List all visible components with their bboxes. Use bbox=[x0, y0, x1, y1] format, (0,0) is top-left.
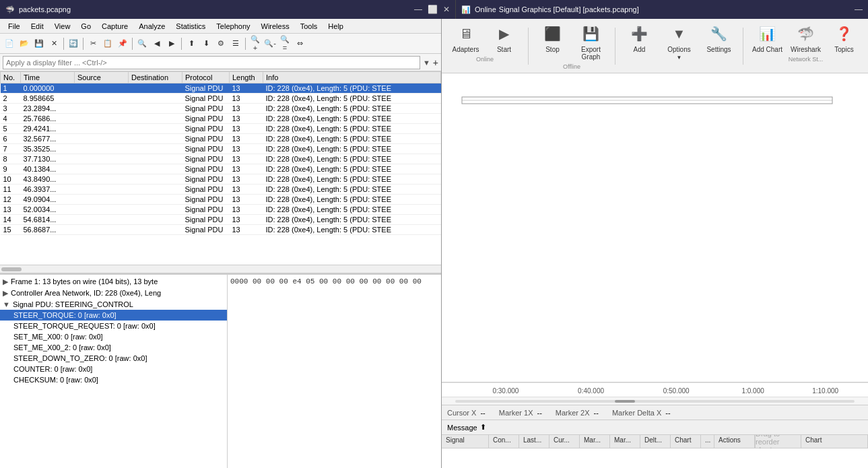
th-signal[interactable]: Signal bbox=[442, 435, 489, 448]
detail-set-me-x00-2[interactable]: SET_ME_X00_2: 0 [raw: 0x0] bbox=[0, 342, 227, 353]
wireshark-maximize-btn[interactable]: ⬜ bbox=[428, 5, 438, 14]
menu-wireless[interactable]: Wireless bbox=[256, 21, 295, 32]
menu-capture[interactable]: Capture bbox=[96, 21, 133, 32]
slider-thumb[interactable] bbox=[615, 400, 635, 403]
horizontal-scrollbar[interactable] bbox=[0, 265, 441, 273]
th-mar2[interactable]: Mar... bbox=[610, 435, 640, 448]
menu-help[interactable]: Help bbox=[323, 21, 349, 32]
toolbar-list-btn[interactable]: ☰ bbox=[229, 37, 242, 51]
toolbar-goto-btn[interactable]: ⬆ bbox=[185, 37, 198, 51]
col-header-destination[interactable]: Destination bbox=[129, 72, 182, 83]
col-header-info[interactable]: Info bbox=[263, 72, 441, 83]
options-btn[interactable]: ▼ Options ▼ bbox=[661, 22, 698, 62]
detail-steer-torque-req[interactable]: STEER_TORQUE_REQUEST: 0 [raw: 0x0] bbox=[0, 321, 227, 331]
packet-cell: 6 bbox=[1, 134, 21, 144]
packet-row[interactable]: 323.2894...Signal PDU13ID: 228 (0xe4), L… bbox=[1, 104, 441, 114]
toolbar-paste-btn[interactable]: 📌 bbox=[116, 37, 129, 51]
menu-telephony[interactable]: Telephony bbox=[211, 21, 255, 32]
packet-row[interactable]: 1249.0904...Signal PDU13ID: 228 (0xe4), … bbox=[1, 195, 441, 205]
toolbar-zoom-in-btn[interactable]: 🔍+ bbox=[248, 37, 262, 51]
filter-input[interactable] bbox=[6, 59, 417, 67]
toolbar-cap-opts-btn[interactable]: ⚙ bbox=[214, 37, 228, 51]
menu-tools[interactable]: Tools bbox=[295, 21, 323, 32]
packet-row[interactable]: 1043.8490...Signal PDU13ID: 228 (0xe4), … bbox=[1, 174, 441, 185]
sg-minimize-btn[interactable]: — bbox=[855, 5, 863, 14]
packet-row[interactable]: 1146.3937...Signal PDU13ID: 228 (0xe4), … bbox=[1, 185, 441, 195]
toolbar-zoom-normal-btn[interactable]: 🔍= bbox=[278, 37, 292, 51]
toolbar-close-btn[interactable]: ✕ bbox=[47, 37, 61, 51]
packet-row[interactable]: 1454.6814...Signal PDU13ID: 228 (0xe4), … bbox=[1, 215, 441, 225]
th-actions[interactable]: Actions bbox=[714, 435, 755, 448]
detail-steer-down[interactable]: STEER_DOWN_TO_ZERO: 0 [raw: 0x0] bbox=[0, 353, 227, 364]
toolbar-sep2 bbox=[83, 38, 84, 50]
filter-dropdown-btn[interactable]: ▼ bbox=[423, 59, 430, 67]
col-header-length[interactable]: Length bbox=[230, 72, 263, 83]
toolbar-cut-btn[interactable]: ✂ bbox=[86, 37, 100, 51]
detail-set-me-x00[interactable]: SET_ME_X00: 0 [raw: 0x0] bbox=[0, 331, 227, 342]
th-chart-right[interactable]: Chart bbox=[801, 435, 868, 448]
menu-file[interactable]: File bbox=[3, 21, 26, 32]
col-header-no[interactable]: No. bbox=[1, 72, 21, 83]
th-con[interactable]: Con... bbox=[489, 435, 519, 448]
th-last[interactable]: Last... bbox=[519, 435, 549, 448]
th-cur[interactable]: Cur... bbox=[549, 435, 580, 448]
export-graph-btn[interactable]: 💾 ExportGraph bbox=[572, 22, 609, 62]
start-btn[interactable]: ▶ Start bbox=[486, 22, 523, 55]
filter-add-btn[interactable]: + bbox=[433, 57, 438, 68]
detail-can[interactable]: ▶ Controller Area Network, ID: 228 (0xe4… bbox=[0, 288, 227, 299]
toolbar-open-btn[interactable]: 📂 bbox=[18, 37, 31, 51]
col-header-source[interactable]: Source bbox=[75, 72, 129, 83]
menu-analyze[interactable]: Analyze bbox=[133, 21, 170, 32]
adapters-btn[interactable]: 🖥 Adapters bbox=[447, 22, 484, 55]
packet-row[interactable]: 10.000000Signal PDU13ID: 228 (0xe4), Len… bbox=[1, 83, 441, 94]
menu-statistics[interactable]: Statistics bbox=[170, 21, 211, 32]
toolbar-save-btn[interactable]: 💾 bbox=[32, 37, 46, 51]
topics-btn[interactable]: ❓ Topics bbox=[826, 22, 863, 55]
packet-row[interactable]: 735.3525...Signal PDU13ID: 228 (0xe4), L… bbox=[1, 144, 441, 154]
add-btn[interactable]: ➕ Add bbox=[621, 22, 658, 55]
toolbar-find-btn[interactable]: 🔍 bbox=[135, 37, 149, 51]
toolbar-back-btn[interactable]: ◀ bbox=[150, 37, 164, 51]
packet-row[interactable]: 529.4241...Signal PDU13ID: 228 (0xe4), L… bbox=[1, 124, 441, 134]
packet-row[interactable]: 28.958665Signal PDU13ID: 228 (0xe4), Len… bbox=[1, 94, 441, 104]
menu-view[interactable]: View bbox=[49, 21, 76, 32]
toolbar-resize-btn[interactable]: ⇔ bbox=[293, 37, 306, 51]
detail-counter[interactable]: COUNTER: 0 [raw: 0x0] bbox=[0, 364, 227, 374]
packet-row[interactable]: 940.1384...Signal PDU13ID: 228 (0xe4), L… bbox=[1, 164, 441, 174]
marker1x-field: Marker 1X -- bbox=[499, 409, 542, 417]
chart-canvas[interactable] bbox=[442, 73, 868, 382]
menu-go[interactable]: Go bbox=[75, 21, 96, 32]
toolbar-fwd-btn[interactable]: ▶ bbox=[165, 37, 178, 51]
packet-row[interactable]: 1352.0034...Signal PDU13ID: 228 (0xe4), … bbox=[1, 205, 441, 215]
toolbar-new-btn[interactable]: 📄 bbox=[3, 37, 16, 51]
packet-row[interactable]: 837.7130...Signal PDU13ID: 228 (0xe4), L… bbox=[1, 154, 441, 164]
col-header-protocol[interactable]: Protocol bbox=[182, 72, 230, 83]
detail-signal-pdu[interactable]: ▼ Signal PDU: STEERING_CONTROL bbox=[0, 299, 227, 310]
wireshark-btn[interactable]: 🦈 Wireshark bbox=[787, 22, 824, 55]
frame-expand-icon: ▶ bbox=[3, 277, 8, 286]
detail-checksum[interactable]: CHECKSUM: 0 [raw: 0x0] bbox=[0, 374, 227, 385]
menu-edit[interactable]: Edit bbox=[26, 21, 49, 32]
toolbar-reload-btn[interactable]: 🔄 bbox=[67, 37, 80, 51]
wireshark-close-btn[interactable]: ✕ bbox=[443, 5, 450, 14]
chart-slider[interactable] bbox=[442, 397, 868, 405]
th-more[interactable]: ... bbox=[701, 435, 714, 448]
col-header-time[interactable]: Time bbox=[21, 72, 75, 83]
th-delt[interactable]: Delt... bbox=[640, 435, 671, 448]
th-chart[interactable]: Chart bbox=[671, 435, 701, 448]
detail-frame[interactable]: ▶ Frame 1: 13 bytes on wire (104 bits), … bbox=[0, 276, 227, 288]
th-mar1[interactable]: Mar... bbox=[580, 435, 610, 448]
toolbar-gotob-btn[interactable]: ⬇ bbox=[199, 37, 213, 51]
packet-row[interactable]: 1556.8687...Signal PDU13ID: 228 (0xe4), … bbox=[1, 225, 441, 235]
detail-steer-torque[interactable]: STEER_TORQUE: 0 [raw: 0x0] bbox=[0, 310, 227, 321]
wireshark-minimize-btn[interactable]: — bbox=[414, 5, 422, 14]
packet-list-scroll[interactable]: No. Time Source Destination Protocol Len… bbox=[0, 71, 441, 265]
packet-row[interactable]: 425.7686...Signal PDU13ID: 228 (0xe4), L… bbox=[1, 114, 441, 124]
stop-btn[interactable]: ⬛ Stop bbox=[534, 22, 571, 62]
settings-btn[interactable]: 🔧 Settings bbox=[700, 22, 737, 55]
toolbar-copy-btn[interactable]: 📋 bbox=[101, 37, 114, 51]
toolbar-zoom-out-btn[interactable]: 🔍- bbox=[263, 37, 277, 51]
add-chart-btn[interactable]: 📊 Add Chart bbox=[749, 22, 786, 55]
main-toolbar: 📄 📂 💾 ✕ 🔄 ✂ 📋 📌 🔍 ◀ ▶ ⬆ ⬇ ⚙ ☰ 🔍+ 🔍- 🔍= ⇔ bbox=[0, 34, 441, 54]
packet-row[interactable]: 632.5677...Signal PDU13ID: 228 (0xe4), L… bbox=[1, 134, 441, 144]
